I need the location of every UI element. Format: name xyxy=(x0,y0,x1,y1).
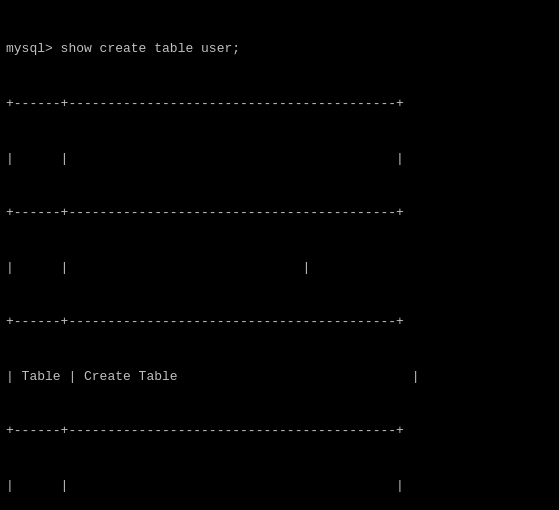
header-row: | Table | Create Table | xyxy=(6,368,553,386)
empty-row-2: | | | xyxy=(6,259,553,277)
command-line: mysql> show create table user; xyxy=(6,40,553,58)
separator-4: +------+--------------------------------… xyxy=(6,422,553,440)
separator-2: +------+--------------------------------… xyxy=(6,204,553,222)
empty-row-1: | | | xyxy=(6,150,553,168)
separator-3: +------+--------------------------------… xyxy=(6,313,553,331)
terminal-window: mysql> show create table user; +------+-… xyxy=(0,0,559,510)
empty-row-3: | | | xyxy=(6,477,553,495)
separator-1: +------+--------------------------------… xyxy=(6,95,553,113)
